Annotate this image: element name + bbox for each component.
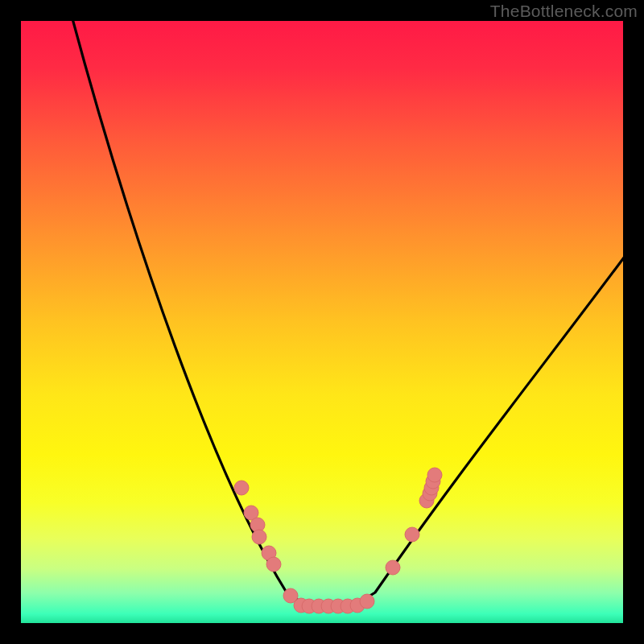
- watermark-text: TheBottleneck.com: [490, 2, 638, 21]
- data-marker: [266, 557, 281, 572]
- data-marker: [234, 481, 249, 495]
- data-markers: [234, 468, 442, 613]
- data-marker: [405, 527, 419, 542]
- bottleneck-curve: [71, 13, 626, 606]
- data-marker: [360, 594, 374, 609]
- chart-plot: [21, 21, 623, 623]
- data-marker: [386, 560, 400, 575]
- chart-frame: [21, 21, 623, 623]
- data-marker: [252, 530, 266, 544]
- data-marker: [427, 468, 442, 482]
